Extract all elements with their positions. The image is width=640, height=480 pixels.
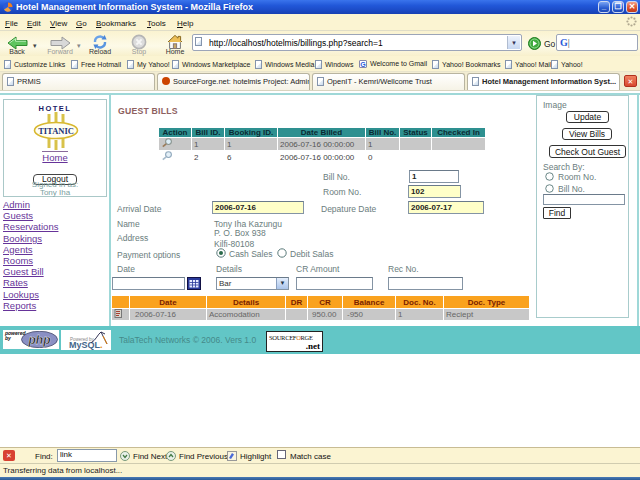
- svg-text:php: php: [28, 333, 51, 347]
- svg-text:TITANIC: TITANIC: [38, 126, 74, 136]
